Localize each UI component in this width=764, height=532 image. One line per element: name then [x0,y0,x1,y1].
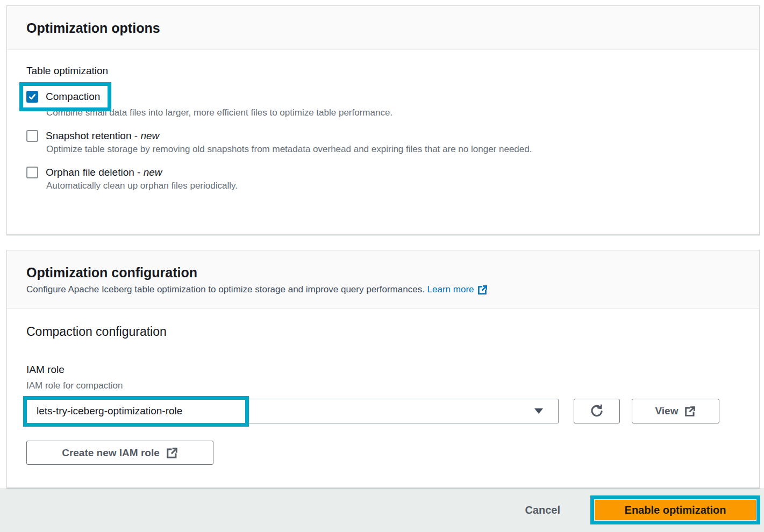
refresh-icon [590,404,604,418]
optimization-configuration-body: Compaction configuration IAM role IAM ro… [7,309,759,479]
optimization-configuration-panel: Optimization configuration Configure Apa… [6,250,760,488]
create-iam-role-button[interactable]: Create new IAM role [26,441,213,465]
external-link-icon [684,406,696,417]
external-link-icon [166,447,178,459]
form-actions-footer: Cancel Enable optimization [0,488,764,532]
compaction-label: Compaction [46,91,100,103]
learn-more-link[interactable]: Learn more [427,283,488,296]
cancel-button[interactable]: Cancel [522,504,563,517]
orphan-file-deletion-option[interactable]: Orphan file deletion - new [26,167,740,178]
snapshot-retention-option[interactable]: Snapshot retention - new [26,130,740,142]
panel-title: Optimization options [26,19,740,37]
table-optimization-label: Table optimization [26,64,740,78]
form-background: Optimization options Table optimization … [0,0,764,488]
iam-role-description: IAM role for compaction [26,380,740,392]
annotation-box-compaction: Compaction [19,82,111,111]
orphan-file-deletion-checkbox[interactable] [26,167,38,178]
panel-description: Configure Apache Iceberg table optimizat… [26,283,740,296]
external-link-icon [477,285,488,295]
iam-role-select-wrap: lets-try-iceberg-optimization-role [26,399,559,423]
enable-optimization-button[interactable]: Enable optimization [595,500,756,520]
optimization-options-panel: Optimization options Table optimization … [6,5,760,235]
orphan-file-deletion-description: Automatically clean up orphan files peri… [46,178,740,193]
compaction-checkbox[interactable] [26,91,38,103]
orphan-file-deletion-label: Orphan file deletion - new [46,167,162,178]
chevron-down-icon [534,408,543,414]
snapshot-retention-checkbox[interactable] [26,130,38,142]
panel-title: Optimization configuration [26,263,740,282]
optimization-configuration-header: Optimization configuration Configure Apa… [7,250,759,309]
snapshot-retention-description: Optimize table storage by removing old s… [46,142,562,157]
compaction-option[interactable]: Compaction [26,91,100,103]
annotation-box-enable-optimization: Enable optimization [590,495,760,524]
iam-role-select[interactable]: lets-try-iceberg-optimization-role [26,399,559,423]
iam-role-row: lets-try-iceberg-optimization-role View [26,399,740,423]
snapshot-retention-label: Snapshot retention - new [46,130,159,142]
compaction-configuration-title: Compaction configuration [26,323,740,340]
iam-role-label: IAM role [26,363,740,376]
compaction-description: Combine small data files into larger, mo… [46,105,740,120]
optimization-options-header: Optimization options [7,6,759,50]
view-button[interactable]: View [632,399,719,423]
check-icon [28,92,37,101]
optimization-options-body: Table optimization Compaction Combine sm… [7,50,759,207]
iam-role-selected-value: lets-try-iceberg-optimization-role [37,405,182,417]
refresh-button[interactable] [574,399,620,423]
